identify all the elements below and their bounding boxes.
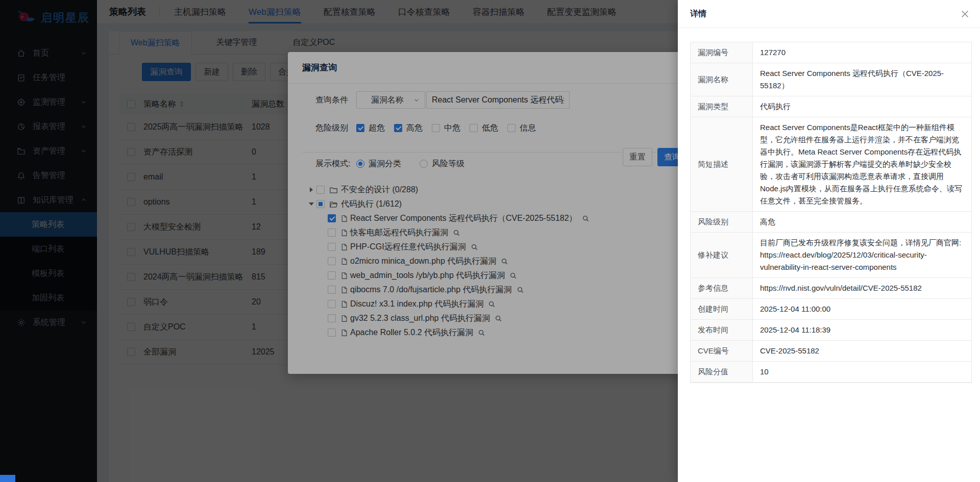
- detail-row: 参考信息 https://nvd.nist.gov/vuln/detail/CV…: [691, 278, 971, 299]
- detail-field-value: React Server Components 远程代码执行（CVE-2025-…: [753, 63, 971, 96]
- detail-row: 漏洞类型 代码执行: [691, 96, 971, 117]
- detail-field-value: https://nvd.nist.gov/vuln/detail/CVE-202…: [753, 278, 971, 298]
- detail-field-label: 参考信息: [691, 278, 753, 298]
- detail-row: 漏洞编号 127270: [691, 42, 971, 63]
- detail-field-label: 发布时间: [691, 320, 753, 340]
- detail-row: 创建时间 2025-12-04 11:00:00: [691, 299, 971, 320]
- detail-field-label: 修补建议: [691, 233, 753, 277]
- detail-field-value: 2025-12-04 11:18:39: [753, 320, 971, 340]
- detail-field-label: 风险级别: [691, 212, 753, 232]
- detail-field-label: 漏洞类型: [691, 96, 753, 117]
- detail-field-value: React Server Components是React框架中的一种新组件模型…: [753, 117, 971, 211]
- detail-field-value: 2025-12-04 11:00:00: [753, 299, 971, 319]
- detail-field-value: 127270: [753, 42, 971, 63]
- detail-field-value: 10: [753, 362, 971, 382]
- detail-field-value: 代码执行: [753, 96, 971, 117]
- detail-table: 漏洞编号 127270 漏洞名称 React Server Components…: [690, 42, 972, 383]
- detail-field-value: CVE-2025-55182: [753, 341, 971, 361]
- sidebar-collapse-strip[interactable]: [0, 475, 15, 482]
- drawer-header: 详情: [678, 0, 980, 28]
- detail-row: 风险级别 高危: [691, 212, 971, 233]
- detail-row: 风险分值 10: [691, 362, 971, 383]
- detail-field-value: 高危: [753, 212, 971, 232]
- detail-drawer: 详情 漏洞编号 127270 漏洞名称 React Server Compone…: [678, 0, 980, 482]
- drawer-title: 详情: [690, 9, 706, 19]
- detail-row: 修补建议 目前厂商已发布升级程序修复该安全问题，详情见厂商官网: https:/…: [691, 233, 971, 278]
- detail-row: 漏洞名称 React Server Components 远程代码执行（CVE-…: [691, 63, 971, 96]
- detail-row: CVE编号 CVE-2025-55182: [691, 341, 971, 362]
- detail-field-value: 目前厂商已发布升级程序修复该安全问题，详情见厂商官网: https://reac…: [753, 233, 971, 277]
- detail-row: 简短描述 React Server Components是React框架中的一种…: [691, 117, 971, 212]
- detail-field-label: 风险分值: [691, 362, 753, 382]
- detail-field-label: 创建时间: [691, 299, 753, 319]
- detail-field-label: 简短描述: [691, 117, 753, 211]
- detail-field-label: 漏洞名称: [691, 63, 753, 96]
- close-icon[interactable]: [959, 8, 971, 20]
- detail-row: 发布时间 2025-12-04 11:18:39: [691, 320, 971, 341]
- detail-field-label: CVE编号: [691, 341, 753, 361]
- detail-field-label: 漏洞编号: [691, 42, 753, 63]
